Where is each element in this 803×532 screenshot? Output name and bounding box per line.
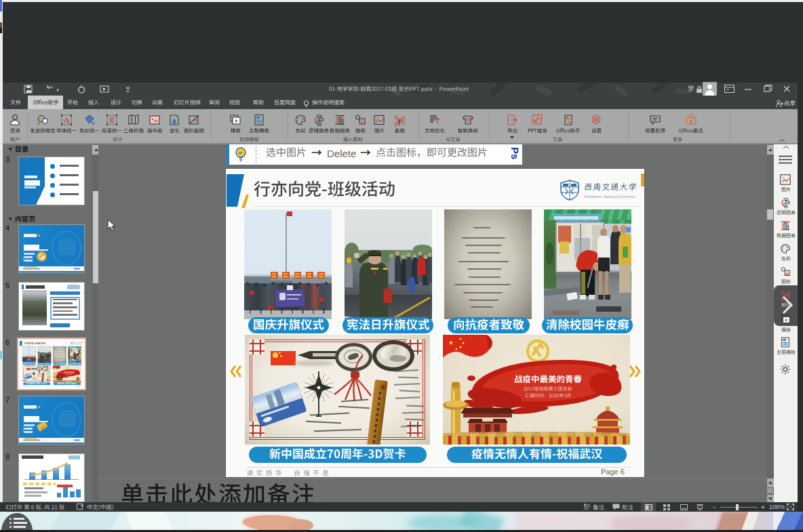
svg-text:Ps: Ps — [509, 147, 521, 159]
svg-text:A: A — [63, 115, 70, 125]
